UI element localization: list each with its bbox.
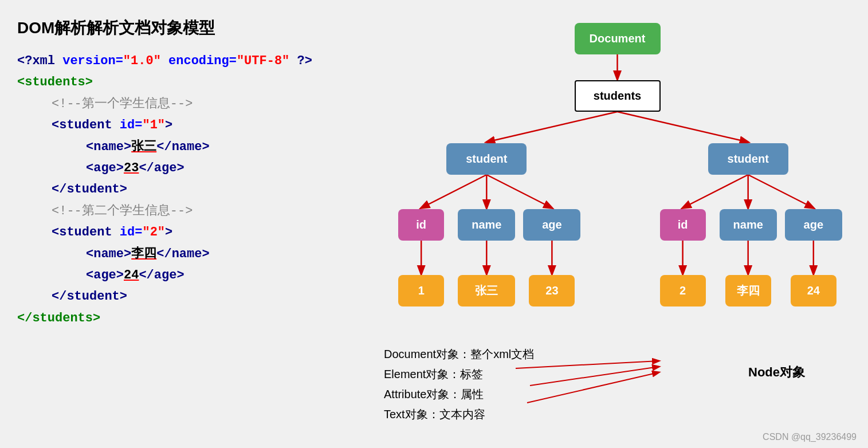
xml-student2-close-bracket: > — [165, 225, 172, 239]
node-name-right: name — [720, 209, 777, 241]
xml-name1-val: 张三 — [131, 140, 156, 154]
tree-arrows-svg — [384, 11, 851, 344]
xml-pi-close: ?> — [297, 54, 312, 68]
xml-students-close: </students> — [17, 311, 100, 325]
node-name-left: name — [458, 209, 515, 241]
node-age-left: age — [523, 209, 580, 241]
xml-age2-end-close: > — [176, 268, 184, 282]
xml-student2-end-open: </ — [52, 289, 66, 304]
xml-age2-tag: age — [93, 268, 116, 282]
xml-name1-end-open: </ — [156, 140, 171, 154]
xml-line-12: </student> — [17, 286, 361, 307]
svg-line-8 — [748, 175, 814, 208]
xml-line-1: <?xml version="1.0" encoding="UTF-8" ?> — [17, 50, 361, 72]
node-age-right: age — [785, 209, 842, 241]
xml-line-3: <!--第一个学生信息--> — [17, 93, 361, 115]
xml-name1-end-tag: name — [172, 140, 202, 154]
node-val-24: 24 — [791, 275, 836, 306]
xml-name1-close-bracket: > — [124, 140, 131, 154]
tree-container: Document students student student id nam… — [384, 11, 851, 344]
node-id-right: id — [660, 209, 706, 241]
xml-age1-end-open: </ — [139, 161, 154, 175]
xml-comment-2: <!--第二个学生信息--> — [52, 204, 193, 218]
xml-student1-tag: student — [59, 118, 112, 132]
xml-code: <?xml version="1.0" encoding="UTF-8" ?> … — [17, 50, 361, 329]
xml-student1-end-close: > — [120, 182, 127, 197]
svg-line-1 — [486, 112, 617, 142]
node-val-1: 1 — [398, 275, 444, 306]
xml-age1-val: 23 — [124, 161, 139, 175]
xml-id2-val: "2" — [142, 225, 165, 239]
xml-line-8: <!--第二个学生信息--> — [17, 201, 361, 222]
xml-age1-open: < — [86, 161, 93, 175]
page-title: DOM解析解析文档对象模型 — [17, 17, 361, 39]
xml-name2-end-close: > — [202, 247, 209, 261]
node-val-2: 2 — [660, 275, 706, 306]
xml-pi-bracket: <? — [17, 54, 32, 68]
xml-age2-end-open: </ — [139, 268, 154, 282]
xml-name2-close-bracket: > — [124, 247, 131, 261]
xml-line-9: <student id="2"> — [17, 222, 361, 243]
xml-name1-end-close: > — [202, 140, 209, 154]
xml-student2-end-tag: student — [66, 289, 119, 304]
xml-line-7: </student> — [17, 179, 361, 200]
watermark: CSDN @qq_39236499 — [763, 432, 857, 442]
legend-text: Text对象：文本内容 — [384, 407, 851, 422]
svg-line-2 — [618, 112, 748, 142]
xml-student2-open: < — [52, 225, 59, 239]
svg-line-6 — [683, 175, 748, 208]
xml-student1-end-tag: student — [66, 182, 119, 197]
xml-age2-val: 24 — [124, 268, 139, 282]
xml-id1-attr: id= — [120, 118, 143, 132]
node-document: Document — [575, 23, 661, 54]
xml-student1-end-open: </ — [52, 182, 66, 197]
xml-line-2: <students> — [17, 72, 361, 93]
right-panel: Document students student student id nam… — [384, 11, 851, 437]
xml-age2-open: < — [86, 268, 93, 282]
node-student-left: student — [446, 143, 527, 175]
xml-id1-val: "1" — [142, 118, 165, 132]
left-panel: DOM解析解析文档对象模型 <?xml version="1.0" encodi… — [17, 11, 361, 437]
legend-attribute: Attribute对象：属性 — [384, 387, 851, 402]
xml-students-open: <students> — [17, 75, 93, 89]
xml-age2-end-tag: age — [154, 268, 177, 282]
xml-line-11: <age>24</age> — [17, 265, 361, 286]
xml-line-4: <student id="1"> — [17, 115, 361, 136]
xml-student2-tag: student — [59, 225, 112, 239]
xml-name1-tag: name — [93, 140, 124, 154]
xml-encoding-val: "UTF-8" — [237, 54, 289, 68]
xml-line-5: <name>张三</name> — [17, 136, 361, 158]
xml-student1-open: < — [52, 118, 59, 132]
xml-line-13: </students> — [17, 308, 361, 329]
node-student-right: student — [708, 143, 788, 175]
xml-name2-val: 李四 — [131, 247, 156, 261]
node-val-lisi: 李四 — [725, 275, 771, 306]
xml-student2-end-close: > — [120, 289, 127, 304]
xml-student1-close-bracket: > — [165, 118, 172, 132]
xml-id2-attr: id= — [120, 225, 143, 239]
xml-version-attr: version= — [62, 54, 123, 68]
xml-version-val: "1.0" — [123, 54, 161, 68]
xml-name1-open: < — [86, 140, 93, 154]
svg-line-5 — [486, 175, 552, 208]
xml-line-6: <age>23</age> — [17, 158, 361, 179]
xml-name2-open: < — [86, 247, 93, 261]
node-id-left: id — [398, 209, 444, 241]
node-object-label: Node对象 — [748, 364, 805, 381]
xml-age2-close-bracket: > — [116, 268, 124, 282]
xml-name2-end-tag: name — [172, 247, 202, 261]
legend: Document对象：整个xml文档 Element对象：标签 Attribut… — [384, 347, 851, 422]
xml-comment-1: <!--第一个学生信息--> — [52, 97, 193, 111]
xml-age1-tag: age — [93, 161, 116, 175]
xml-line-10: <name>李四</name> — [17, 243, 361, 265]
node-students: students — [575, 80, 661, 112]
xml-age1-end-close: > — [176, 161, 184, 175]
node-val-23: 23 — [529, 275, 575, 306]
node-val-zhangsan: 张三 — [458, 275, 515, 306]
xml-name2-end-open: </ — [156, 247, 171, 261]
xml-age1-close-bracket: > — [116, 161, 124, 175]
xml-encoding-attr: encoding= — [168, 54, 237, 68]
xml-name2-tag: name — [93, 247, 124, 261]
legend-document: Document对象：整个xml文档 — [384, 347, 851, 362]
xml-pi-tag: xml — [32, 54, 55, 68]
